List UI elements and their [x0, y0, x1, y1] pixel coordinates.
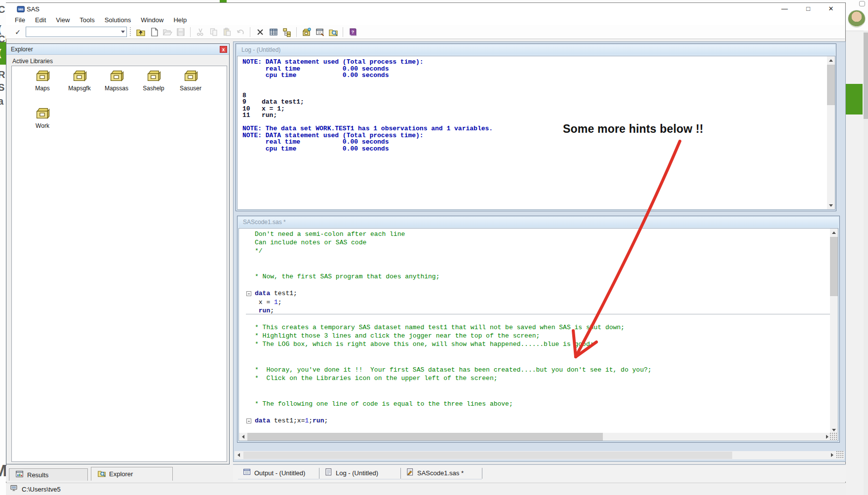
- log-scrollbar-thumb[interactable]: [827, 65, 835, 105]
- code-line: [239, 256, 838, 264]
- code-segment: * The following one line of code is equa…: [255, 400, 513, 408]
- scroll-up-icon[interactable]: [827, 56, 835, 64]
- explorer-folder-icon[interactable]: [326, 26, 340, 38]
- code-segment: run: [313, 417, 324, 424]
- computer-icon: [10, 484, 19, 495]
- resize-grip[interactable]: [830, 433, 838, 441]
- background-scrollbar-thumb[interactable]: [864, 33, 868, 119]
- undo-icon: [234, 26, 247, 38]
- editor-hscrollbar-thumb[interactable]: [247, 433, 603, 441]
- background-text-fragment: R: [0, 69, 5, 80]
- library-maps[interactable]: Maps: [24, 69, 61, 92]
- code-segment: data: [255, 417, 270, 424]
- libraries-panel[interactable]: Maps Mapsgfk Mapssas Sashelp Sasuser Wor…: [11, 66, 227, 462]
- scroll-up-icon[interactable]: [830, 228, 838, 236]
- scroll-right-icon[interactable]: [828, 451, 836, 459]
- menu-help[interactable]: Help: [168, 15, 192, 25]
- scroll-left-icon[interactable]: [235, 451, 242, 459]
- program-editor-icon[interactable]: [313, 26, 326, 38]
- hierarchy-icon[interactable]: [280, 26, 293, 38]
- new-document-icon[interactable]: [147, 26, 160, 38]
- menu-tools[interactable]: Tools: [75, 15, 99, 25]
- editor-vertical-scrollbar[interactable]: [830, 228, 838, 434]
- docking-tabs: Results Explorer: [6, 466, 230, 482]
- library-drawer-icon: [35, 113, 50, 121]
- menu-file[interactable]: File: [10, 15, 30, 25]
- chevron-down-icon[interactable]: [121, 31, 125, 33]
- resize-grip[interactable]: [836, 451, 844, 459]
- menu-window[interactable]: Window: [136, 15, 168, 25]
- sas-logo-icon: sas: [17, 5, 26, 16]
- copy-icon: [207, 26, 220, 38]
- command-check-icon: ✓: [13, 28, 23, 36]
- code-segment: ;: [270, 307, 274, 314]
- background-text-fragment: S: [0, 82, 4, 93]
- tab-results[interactable]: Results: [9, 468, 88, 481]
- library-mapssas[interactable]: Mapssas: [98, 69, 135, 92]
- editor-scrollbar-thumb[interactable]: [830, 237, 838, 296]
- new-library-icon[interactable]: [300, 26, 313, 38]
- menu-view[interactable]: View: [51, 15, 75, 25]
- library-label: Work: [24, 122, 61, 129]
- code-line: x = 1;: [239, 298, 838, 306]
- collapse-toggle-icon[interactable]: [246, 291, 251, 296]
- tab-explorer-label: Explorer: [109, 470, 133, 478]
- tab-explorer[interactable]: Explorer: [91, 467, 173, 481]
- output-tab-icon: [243, 468, 251, 478]
- code-line: [239, 349, 838, 357]
- window-tab-log-untitled[interactable]: Log - (Untitled): [319, 467, 400, 480]
- editor-titlebar[interactable]: SAScode1.sas *: [238, 217, 838, 227]
- workspace-horizontal-scrollbar[interactable]: [235, 451, 844, 459]
- minimize-button[interactable]: ―: [774, 3, 795, 15]
- library-work[interactable]: Work: [24, 107, 61, 129]
- delete-icon[interactable]: [253, 26, 267, 38]
- library-sashelp[interactable]: Sashelp: [135, 69, 172, 92]
- log-line: NOTE: DATA statement used (Total process…: [242, 132, 493, 139]
- status-path: C:\Users\tve5: [22, 486, 61, 493]
- titlebar[interactable]: sas SAS ― □ ✕: [6, 3, 845, 15]
- code-segment: ;: [324, 417, 328, 424]
- collapse-toggle-icon[interactable]: [246, 419, 251, 423]
- log-window: Log - (Untitled) NOTE: DATA statement us…: [236, 43, 836, 211]
- code-line: [239, 281, 838, 289]
- scroll-left-icon[interactable]: [239, 433, 247, 441]
- menu-solutions[interactable]: Solutions: [100, 15, 136, 25]
- library-mapsgfk[interactable]: Mapsgfk: [61, 69, 98, 92]
- command-input[interactable]: [26, 27, 127, 37]
- editor-content[interactable]: Don't need a semi-colon after each lineC…: [238, 228, 838, 441]
- log-content[interactable]: NOTE: DATA statement used (Total process…: [237, 56, 835, 210]
- window-title: SAS: [27, 5, 39, 13]
- log-vertical-scrollbar[interactable]: [827, 56, 835, 209]
- log-line: [242, 85, 493, 92]
- library-sasuser[interactable]: Sasuser: [172, 69, 209, 92]
- code-line: [239, 264, 838, 272]
- editor-horizontal-scrollbar[interactable]: [239, 433, 831, 441]
- log-tab-icon: [324, 468, 333, 478]
- window-tab-sascode1-sas[interactable]: SAScode1.sas *: [401, 467, 482, 480]
- log-title: Log - (Untitled): [241, 46, 280, 53]
- close-button[interactable]: ✕: [820, 3, 842, 15]
- explorer-titlebar[interactable]: Explorer x: [6, 44, 229, 55]
- toolbar: ✓ ?: [6, 25, 845, 39]
- maximize-button[interactable]: □: [797, 3, 819, 15]
- explorer-close-icon[interactable]: x: [220, 46, 227, 53]
- table-view-icon[interactable]: [267, 26, 280, 38]
- editor-code: Don't need a semi-colon after each lineC…: [239, 230, 838, 425]
- workspace-hscrollbar-thumb[interactable]: [243, 452, 732, 459]
- log-line: [242, 119, 493, 126]
- scroll-down-icon[interactable]: [827, 201, 835, 209]
- code-line: [239, 408, 838, 417]
- tab-separator: [482, 468, 482, 479]
- log-line: NOTE: The data set WORK.TEST1 has 1 obse…: [242, 125, 493, 132]
- menu-edit[interactable]: Edit: [30, 15, 51, 25]
- background-text-fragment: (: [0, 47, 1, 59]
- library-label: Sasuser: [172, 85, 209, 92]
- window-tab-label: SAScode1.sas *: [417, 469, 464, 477]
- background-text-fragment: C: [0, 4, 5, 15]
- code-line: [239, 315, 838, 323]
- active-libraries-label: Active Libraries: [12, 58, 53, 65]
- folder-up-icon[interactable]: [134, 26, 147, 38]
- window-tab-output-untitled[interactable]: Output - (Untitled): [238, 467, 319, 480]
- help-book-icon[interactable]: ?: [346, 26, 359, 38]
- log-titlebar[interactable]: Log - (Untitled): [237, 45, 835, 55]
